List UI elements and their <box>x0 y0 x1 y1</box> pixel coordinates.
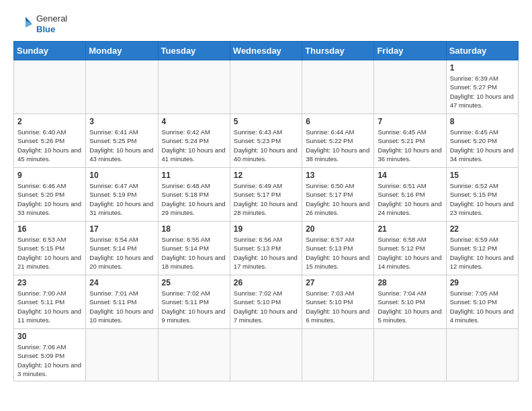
calendar-cell: 28Sunrise: 7:04 AM Sunset: 5:10 PM Dayli… <box>374 275 446 329</box>
calendar-cell <box>14 60 86 114</box>
day-number: 7 <box>378 117 442 126</box>
day-number: 30 <box>17 332 82 341</box>
calendar-week-5: 23Sunrise: 7:00 AM Sunset: 5:11 PM Dayli… <box>14 275 519 329</box>
page-header: General Blue <box>13 13 519 34</box>
calendar-cell: 17Sunrise: 6:54 AM Sunset: 5:14 PM Dayli… <box>86 222 158 275</box>
weekday-header-saturday: Saturday <box>446 42 518 60</box>
day-info: Sunrise: 6:54 AM Sunset: 5:14 PM Dayligh… <box>89 235 154 271</box>
day-info: Sunrise: 7:04 AM Sunset: 5:10 PM Dayligh… <box>378 289 442 324</box>
calendar-cell: 13Sunrise: 6:50 AM Sunset: 5:17 PM Dayli… <box>302 168 374 222</box>
day-number: 18 <box>162 224 226 234</box>
calendar-table: SundayMondayTuesdayWednesdayThursdayFrid… <box>13 41 519 381</box>
calendar-cell: 9Sunrise: 6:46 AM Sunset: 5:20 PM Daylig… <box>14 168 86 222</box>
day-number: 4 <box>162 117 226 126</box>
day-number: 27 <box>306 278 370 287</box>
day-number: 1 <box>450 63 515 73</box>
day-info: Sunrise: 6:45 AM Sunset: 5:20 PM Dayligh… <box>450 128 515 163</box>
weekday-header-row: SundayMondayTuesdayWednesdayThursdayFrid… <box>14 42 519 60</box>
logo-container: General Blue <box>13 13 67 34</box>
weekday-header-sunday: Sunday <box>14 42 86 60</box>
calendar-cell: 10Sunrise: 6:47 AM Sunset: 5:19 PM Dayli… <box>86 168 158 222</box>
day-number: 17 <box>89 224 154 234</box>
calendar-cell <box>230 329 302 381</box>
weekday-header-monday: Monday <box>86 42 158 60</box>
day-info: Sunrise: 7:02 AM Sunset: 5:11 PM Dayligh… <box>162 289 226 324</box>
calendar-cell <box>158 60 230 114</box>
day-info: Sunrise: 6:41 AM Sunset: 5:25 PM Dayligh… <box>89 128 154 163</box>
day-info: Sunrise: 6:51 AM Sunset: 5:16 PM Dayligh… <box>378 181 442 217</box>
calendar-cell <box>86 329 158 381</box>
day-number: 14 <box>378 171 442 180</box>
day-info: Sunrise: 6:40 AM Sunset: 5:26 PM Dayligh… <box>17 128 82 163</box>
day-number: 19 <box>234 224 298 234</box>
day-info: Sunrise: 6:53 AM Sunset: 5:15 PM Dayligh… <box>17 235 82 271</box>
day-info: Sunrise: 7:06 AM Sunset: 5:09 PM Dayligh… <box>17 342 82 378</box>
calendar-cell: 12Sunrise: 6:49 AM Sunset: 5:17 PM Dayli… <box>230 168 302 222</box>
day-number: 9 <box>17 171 82 180</box>
calendar-cell <box>302 329 374 381</box>
calendar-cell: 6Sunrise: 6:44 AM Sunset: 5:22 PM Daylig… <box>302 114 374 168</box>
weekday-header-friday: Friday <box>374 42 446 60</box>
day-number: 8 <box>450 117 515 126</box>
day-info: Sunrise: 6:59 AM Sunset: 5:12 PM Dayligh… <box>450 235 515 271</box>
calendar-cell: 19Sunrise: 6:56 AM Sunset: 5:13 PM Dayli… <box>230 222 302 275</box>
day-number: 15 <box>450 171 515 180</box>
day-info: Sunrise: 6:45 AM Sunset: 5:21 PM Dayligh… <box>378 128 442 163</box>
calendar-week-2: 2Sunrise: 6:40 AM Sunset: 5:26 PM Daylig… <box>14 114 519 168</box>
day-info: Sunrise: 7:02 AM Sunset: 5:10 PM Dayligh… <box>234 289 298 324</box>
day-number: 10 <box>89 171 154 180</box>
calendar-cell: 7Sunrise: 6:45 AM Sunset: 5:21 PM Daylig… <box>374 114 446 168</box>
day-info: Sunrise: 6:57 AM Sunset: 5:13 PM Dayligh… <box>306 235 370 271</box>
calendar-cell: 26Sunrise: 7:02 AM Sunset: 5:10 PM Dayli… <box>230 275 302 329</box>
day-number: 22 <box>450 224 515 234</box>
calendar-cell: 5Sunrise: 6:43 AM Sunset: 5:23 PM Daylig… <box>230 114 302 168</box>
calendar-cell: 24Sunrise: 7:01 AM Sunset: 5:11 PM Dayli… <box>86 275 158 329</box>
day-info: Sunrise: 7:01 AM Sunset: 5:11 PM Dayligh… <box>89 289 154 324</box>
day-info: Sunrise: 7:00 AM Sunset: 5:11 PM Dayligh… <box>17 289 82 324</box>
day-info: Sunrise: 6:49 AM Sunset: 5:17 PM Dayligh… <box>234 181 298 217</box>
calendar-cell <box>446 329 518 381</box>
calendar-cell: 30Sunrise: 7:06 AM Sunset: 5:09 PM Dayli… <box>14 329 86 381</box>
day-info: Sunrise: 6:39 AM Sunset: 5:27 PM Dayligh… <box>450 74 515 109</box>
day-number: 26 <box>234 278 298 287</box>
calendar-cell <box>86 60 158 114</box>
day-info: Sunrise: 6:50 AM Sunset: 5:17 PM Dayligh… <box>306 181 370 217</box>
day-number: 20 <box>306 224 370 234</box>
calendar-cell: 29Sunrise: 7:05 AM Sunset: 5:10 PM Dayli… <box>446 275 518 329</box>
day-number: 16 <box>17 224 82 234</box>
logo: General Blue <box>13 13 67 34</box>
logo-text: General Blue <box>36 13 67 34</box>
calendar-cell: 8Sunrise: 6:45 AM Sunset: 5:20 PM Daylig… <box>446 114 518 168</box>
day-info: Sunrise: 6:52 AM Sunset: 5:15 PM Dayligh… <box>450 181 515 217</box>
calendar-cell <box>374 60 446 114</box>
day-info: Sunrise: 6:56 AM Sunset: 5:13 PM Dayligh… <box>234 235 298 271</box>
day-number: 25 <box>162 278 226 287</box>
calendar-week-3: 9Sunrise: 6:46 AM Sunset: 5:20 PM Daylig… <box>14 168 519 222</box>
logo-icon <box>13 14 34 34</box>
day-info: Sunrise: 6:58 AM Sunset: 5:12 PM Dayligh… <box>378 235 442 271</box>
calendar-week-6: 30Sunrise: 7:06 AM Sunset: 5:09 PM Dayli… <box>14 329 519 381</box>
calendar-cell: 21Sunrise: 6:58 AM Sunset: 5:12 PM Dayli… <box>374 222 446 275</box>
calendar-cell: 14Sunrise: 6:51 AM Sunset: 5:16 PM Dayli… <box>374 168 446 222</box>
day-number: 29 <box>450 278 515 287</box>
day-info: Sunrise: 7:05 AM Sunset: 5:10 PM Dayligh… <box>450 289 515 324</box>
day-number: 2 <box>17 117 82 126</box>
calendar-cell: 2Sunrise: 6:40 AM Sunset: 5:26 PM Daylig… <box>14 114 86 168</box>
calendar-cell: 22Sunrise: 6:59 AM Sunset: 5:12 PM Dayli… <box>446 222 518 275</box>
day-info: Sunrise: 6:44 AM Sunset: 5:22 PM Dayligh… <box>306 128 370 163</box>
weekday-header-wednesday: Wednesday <box>230 42 302 60</box>
day-info: Sunrise: 6:42 AM Sunset: 5:24 PM Dayligh… <box>162 128 226 163</box>
day-number: 24 <box>89 278 154 287</box>
day-info: Sunrise: 6:47 AM Sunset: 5:19 PM Dayligh… <box>89 181 154 217</box>
day-number: 28 <box>378 278 442 287</box>
calendar-week-1: 1Sunrise: 6:39 AM Sunset: 5:27 PM Daylig… <box>14 60 519 114</box>
calendar-cell <box>158 329 230 381</box>
calendar-cell: 23Sunrise: 7:00 AM Sunset: 5:11 PM Dayli… <box>14 275 86 329</box>
calendar-cell <box>230 60 302 114</box>
day-number: 12 <box>234 171 298 180</box>
day-info: Sunrise: 6:48 AM Sunset: 5:18 PM Dayligh… <box>162 181 226 217</box>
day-info: Sunrise: 7:03 AM Sunset: 5:10 PM Dayligh… <box>306 289 370 324</box>
day-number: 21 <box>378 224 442 234</box>
calendar-cell: 15Sunrise: 6:52 AM Sunset: 5:15 PM Dayli… <box>446 168 518 222</box>
day-number: 13 <box>306 171 370 180</box>
